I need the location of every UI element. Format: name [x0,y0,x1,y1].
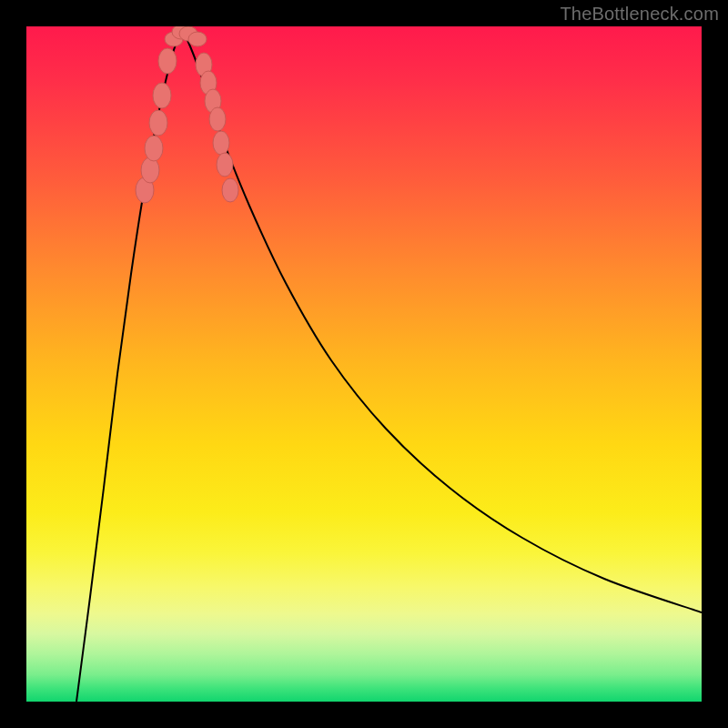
chart-frame: TheBottleneck.com [0,0,728,728]
bottleneck-curve [26,26,702,702]
plot-area [26,26,702,702]
data-point [213,131,229,155]
data-point [149,110,167,136]
data-point [153,83,171,108]
data-point [141,157,159,183]
data-point [158,48,177,74]
data-point [222,178,238,202]
data-point [145,136,163,161]
data-point [217,153,233,177]
data-point [209,107,226,131]
watermark-text: TheBottleneck.com [560,4,719,25]
curve-bottleneck-curve-right [181,28,702,612]
data-point [188,32,207,46]
